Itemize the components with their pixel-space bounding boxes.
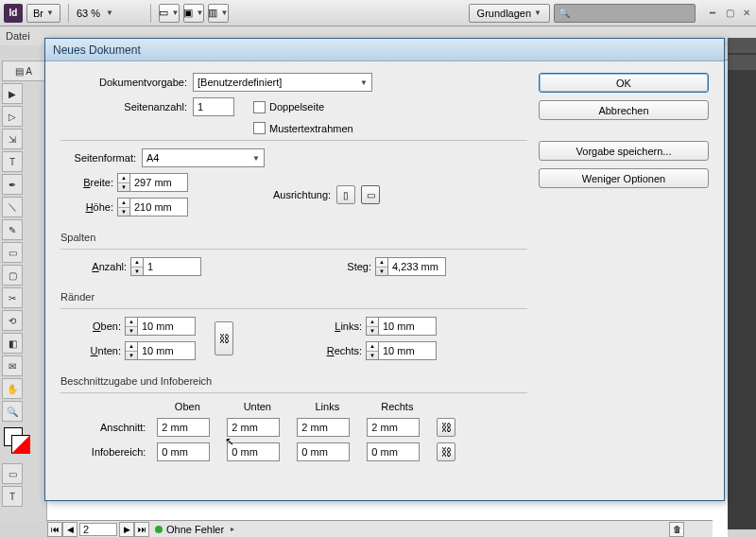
restore-button[interactable]: ▢ <box>724 8 735 19</box>
type-tool[interactable]: T <box>2 151 23 172</box>
apply-fill[interactable]: ▭ <box>2 463 23 484</box>
frame-tool[interactable]: ▭ <box>2 242 23 263</box>
bleed-section-title: Beschnittzugabe und Infobereich <box>60 375 527 387</box>
first-page-button[interactable]: ⏮ <box>47 522 62 537</box>
search-icon: 🔍 <box>558 8 570 18</box>
ok-button[interactable]: OK <box>539 73 709 93</box>
chevron-down-icon: ▼ <box>360 78 368 87</box>
pencil-tool[interactable]: ✎ <box>2 219 23 240</box>
margin-left-field[interactable]: ▲▼ <box>366 317 437 336</box>
note-tool[interactable]: ✉ <box>2 355 23 376</box>
margin-bottom-label: Unten: <box>60 345 121 356</box>
col-header-left: Links <box>297 401 357 412</box>
chevron-down-icon: ▼ <box>106 9 113 17</box>
rect-tool[interactable]: ▢ <box>2 265 23 286</box>
width-field[interactable]: ▲▼ <box>117 173 188 192</box>
gutter-label: Steg: <box>334 261 371 272</box>
col-header-top: Oben <box>157 401 217 412</box>
view-option-1[interactable]: ▭▼ <box>159 4 180 23</box>
preflight-status[interactable]: Ohne Fehler▸ <box>155 524 234 535</box>
indesign-icon: Id <box>4 4 23 23</box>
landscape-button[interactable]: ▭ <box>361 185 380 204</box>
doc-preset-select[interactable]: [Benutzerdefiniert]▼ <box>193 73 372 92</box>
separator <box>150 4 151 23</box>
gutter-field[interactable]: ▲▼ <box>375 257 446 276</box>
margins-section-title: Ränder <box>60 291 527 303</box>
bleed-left-field[interactable] <box>297 418 350 437</box>
height-field[interactable]: ▲▼ <box>117 198 188 217</box>
portrait-button[interactable]: ▯ <box>336 185 355 204</box>
fewer-options-button[interactable]: Weniger Optionen <box>539 168 709 188</box>
hand-tool[interactable]: ✋ <box>2 378 23 399</box>
transform-tool[interactable]: ⟲ <box>2 310 23 331</box>
margin-right-field[interactable]: ▲▼ <box>366 341 437 360</box>
bridge-button[interactable]: Br▼ <box>26 4 60 23</box>
facing-pages-checkbox[interactable]: Doppelseite <box>253 101 324 113</box>
chevron-down-icon: ▼ <box>46 9 54 17</box>
pages-field[interactable] <box>193 97 234 116</box>
zoom-tool[interactable]: 🔍 <box>2 401 23 422</box>
slug-label: Infobereich: <box>60 446 147 458</box>
col-header-right: Rechts <box>367 401 427 412</box>
margin-bottom-field[interactable]: ▲▼ <box>125 341 196 360</box>
view-option-2[interactable]: ▣▼ <box>183 4 204 23</box>
separator <box>68 4 69 23</box>
apply-text[interactable]: T <box>2 486 23 507</box>
slug-left-field[interactable] <box>297 442 350 461</box>
selection-tool[interactable]: ▶ <box>2 83 23 104</box>
pages-label: Seitenanzahl: <box>60 101 193 113</box>
cancel-button[interactable]: Abbrechen <box>539 100 709 120</box>
slug-top-field[interactable] <box>157 442 210 461</box>
bleed-top-field[interactable] <box>157 418 210 437</box>
minimize-button[interactable]: ━ <box>707 8 718 19</box>
fill-stroke-swatch[interactable] <box>2 427 32 458</box>
link-bleed-button[interactable]: ⛓ <box>437 418 455 437</box>
direct-selection-tool[interactable]: ▷ <box>2 106 23 127</box>
gradient-tool[interactable]: ◧ <box>2 333 23 354</box>
line-tool[interactable]: ＼ <box>2 197 23 217</box>
pen-tool[interactable]: ✒ <box>2 174 23 195</box>
bleed-label: Anschnitt: <box>60 422 147 433</box>
doc-preset-label: Dokumentvorgabe: <box>60 77 193 88</box>
zoom-select[interactable]: 63 %▼ <box>77 8 143 19</box>
save-preset-button[interactable]: Vorgabe speichern... <box>539 141 709 161</box>
master-text-frame-checkbox[interactable]: Mustertextrahmen <box>253 122 353 134</box>
menu-file[interactable]: Datei <box>6 30 30 42</box>
dialog-title: Neues Dokument <box>45 39 724 61</box>
page-navigator: ⏮ ◀ 2 ▶ ⏭ Ohne Fehler▸ 🗑 <box>47 520 713 537</box>
orientation-label: Ausrichtung: <box>273 189 331 200</box>
col-header-bottom: Unten <box>227 401 287 412</box>
link-slug-button[interactable]: ⛓ <box>437 442 455 461</box>
last-page-button[interactable]: ⏭ <box>134 522 149 537</box>
tool-panel: ▤ A ▶ ▷ ⇲ T ✒ ＼ ✎ ▭ ▢ ✂ ⟲ ◧ ✉ ✋ 🔍 ▭ T ■ … <box>0 59 47 522</box>
page-tool[interactable]: ⇲ <box>2 129 23 149</box>
slug-bottom-field[interactable] <box>227 442 280 461</box>
next-page-button[interactable]: ▶ <box>119 522 134 537</box>
column-count-label: Anzahl: <box>60 261 127 272</box>
link-margins-button[interactable]: ⛓ <box>215 321 233 355</box>
scissors-tool[interactable]: ✂ <box>2 287 23 308</box>
margin-right-label: Rechts: <box>309 345 362 356</box>
chevron-down-icon: ▼ <box>534 9 541 17</box>
width-label: Breite: <box>60 177 113 188</box>
close-button[interactable]: ✕ <box>741 8 752 19</box>
page-size-label: Seitenformat: <box>60 152 142 164</box>
right-panel-dock[interactable] <box>728 38 756 529</box>
column-count-field[interactable]: ▲▼ <box>130 257 201 276</box>
trash-icon[interactable]: 🗑 <box>669 522 684 537</box>
search-input[interactable]: 🔍 <box>554 4 696 23</box>
bleed-bottom-field[interactable] <box>227 418 280 437</box>
slug-right-field[interactable] <box>367 442 420 461</box>
new-document-dialog: Neues Dokument Dokumentvorgabe: [Benutze… <box>44 38 725 501</box>
view-option-3[interactable]: ▥▼ <box>208 4 229 23</box>
prev-page-button[interactable]: ◀ <box>62 522 77 537</box>
margin-top-field[interactable]: ▲▼ <box>125 317 196 336</box>
bleed-right-field[interactable] <box>367 418 420 437</box>
page-size-select[interactable]: A4▼ <box>142 148 265 167</box>
workspace-select[interactable]: Grundlagen▼ <box>469 4 550 23</box>
page-number-field[interactable]: 2 <box>79 523 117 536</box>
chevron-down-icon: ▼ <box>252 154 260 163</box>
pages-tool[interactable]: ▤ A <box>2 61 45 81</box>
app-bar: Id Br▼ 63 %▼ ▭▼ ▣▼ ▥▼ Grundlagen▼ 🔍 ━ ▢ … <box>0 0 756 26</box>
margin-left-label: Links: <box>309 320 362 332</box>
